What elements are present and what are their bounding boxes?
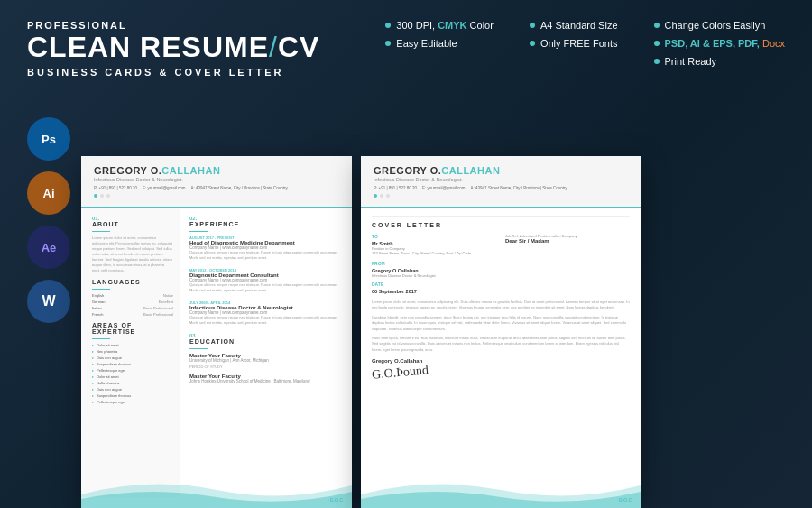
feature-dpi: 300 DPI, CMYK Color [385, 20, 494, 31]
education-section: 03. EDUCATION Master Your Faculty Univer… [189, 333, 343, 383]
cover-body-text-1: Lorem ipsum dolor sit amet, consectetur … [372, 300, 630, 311]
photoshop-icon: Ps [27, 117, 70, 161]
cover-tagline: Infectious Disease Doctor & Neurologist. [374, 177, 628, 182]
date-section: DATE 06 September 2017 [372, 282, 630, 294]
bullet-icon [654, 59, 660, 64]
resume-contact: P: +91 | 891 | 522.80.20 E: yourmail@gma… [94, 186, 339, 190]
to-from-section: TO Mr Smith Position in Company 123 Stre… [372, 234, 630, 255]
expertise-10: Pellentesque eget [92, 400, 173, 404]
signature-script: G.O.Þound [371, 363, 429, 382]
cover-footer-code: G.O.C [619, 497, 632, 503]
lang-french: FrenchBasic Professional [92, 312, 173, 317]
dear-text: Dear Sir / Madam [505, 238, 630, 244]
app-icons: Ps Ai Ae W [27, 117, 70, 323]
from-section: FROM Gregory O.Callahan Infectious Disea… [372, 261, 630, 278]
feature-size: A4 Standard Size [530, 20, 618, 31]
circle-3 [386, 194, 390, 198]
cover-name: GREGORY O.CALLAHAN [374, 165, 628, 176]
feature-col-3: Change Colors Easilyn PSD, AI & EPS, PDF… [654, 20, 785, 67]
feature-colors: Change Colors Easilyn [654, 20, 785, 31]
cover-letter-preview: GREGORY O.CALLAHAN Infectious Disease Do… [361, 156, 641, 508]
experience-3: JULY 2008 - APRIL 2014 Infectious Diseas… [189, 300, 343, 326]
expertise-3: Duis non augue [92, 356, 173, 360]
bullet-icon [385, 41, 391, 46]
cover-contact: P: +91 | 891 | 522.80.20 E: yourmail@gma… [374, 186, 628, 190]
to-address: 123 Street Name, Town / City, State / Co… [372, 251, 496, 255]
cover-letter-title: COVER LETTER [372, 216, 630, 228]
circle-2 [100, 194, 104, 198]
features: 300 DPI, CMYK Color Easy Editable A4 Sta… [385, 20, 785, 67]
resume-left-column: 01. ABOUT Lorem ipsum dolor sit amet, co… [81, 208, 180, 497]
bullet-icon [654, 23, 660, 28]
sub-title: BUSINESS CARDS & COVER LETTER [27, 67, 785, 78]
previews-container: GREGORY O.CALLAHAN Infectious Disease Do… [81, 156, 812, 508]
resume-body: 01. ABOUT Lorem ipsum dolor sit amet, co… [81, 208, 352, 497]
expertise-section: AREAS OF EXPERTISE Dolor sit amet Nec ph… [92, 322, 173, 404]
feature-col-1: 300 DPI, CMYK Color Easy Editable [385, 20, 494, 67]
date-value: 06 September 2017 [372, 289, 630, 294]
wave-decoration [81, 472, 352, 508]
illustrator-icon: Ai [27, 171, 70, 215]
lang-italian: ItalianBasic Professional [92, 306, 173, 310]
signature-name: Gregory O.Callahan [372, 358, 630, 364]
to-section: TO Mr Smith Position in Company 123 Stre… [372, 234, 496, 255]
expertise-9: Suspendisse rhoncus [92, 393, 173, 398]
bullet-icon [530, 41, 535, 46]
title-text: CLEAN RESUME [27, 31, 269, 63]
lang-german: GermanExcellent [92, 300, 173, 304]
languages-section: LANGUAGES EnglishNative GermanExcellent … [92, 279, 173, 317]
lang-english: EnglishNative [92, 293, 173, 298]
circle-2 [380, 194, 383, 198]
circle-3 [106, 194, 110, 198]
bullet-icon [654, 41, 660, 46]
feature-fonts: Only FREE Fonts [530, 38, 618, 49]
cover-header: GREGORY O.CALLAHAN Infectious Disease Do… [361, 156, 641, 208]
resume-header: GREGORY O.CALLAHAN Infectious Disease Do… [81, 156, 352, 208]
experience-section: 02. EXPERIENCE AUGUST 2017 - PRESENT Hea… [189, 216, 343, 261]
resume-tagline: Infectious Disease Doctor & Neurologist. [94, 177, 339, 182]
expertise-7: Nulla pharetra [92, 381, 173, 385]
expertise-5: Pellentesque eget [92, 368, 173, 373]
resume-right-column: 02. EXPERIENCE AUGUST 2017 - PRESENT Hea… [180, 208, 352, 497]
feature-editable: Easy Editable [385, 38, 494, 49]
feature-col-2: A4 Standard Size Only FREE Fonts [530, 20, 618, 67]
word-icon: W [27, 280, 70, 323]
cover-body: COVER LETTER TO Mr Smith Position in Com… [361, 208, 641, 387]
expertise-1: Dolor sit amet [92, 343, 173, 347]
cv-text: CV [278, 31, 319, 63]
from-position: Infectious Disease Doctor & Neurologist [372, 273, 630, 278]
resume-name: GREGORY O.CALLAHAN [94, 165, 339, 176]
job-ref-section: Job Ref: Advertised Position within Comp… [505, 234, 630, 255]
experience-2: MAY 2012 - OCTOBER 2014 Diagnostic Depar… [189, 268, 343, 293]
cover-wave-decoration [361, 472, 641, 508]
after-effects-icon: Ae [27, 226, 70, 269]
feature-formats: PSD, AI & EPS, PDF, Docx [654, 38, 785, 49]
expertise-8: Duis non augue [92, 387, 173, 392]
circles-row [94, 194, 339, 198]
cover-body-text-2: Curabitur blandit, sem non convallis sem… [372, 315, 630, 332]
footer-code: G.O.C [330, 497, 343, 503]
slash: / [269, 31, 278, 63]
expertise-4: Suspendisse rhoncus [92, 362, 173, 366]
cover-circles [374, 194, 628, 198]
bullet-icon [530, 23, 535, 28]
about-section: 01. ABOUT Lorem ipsum dolor sit amet, co… [92, 216, 173, 273]
circle-1 [94, 194, 97, 198]
from-date-row: FROM Gregory O.Callahan Infectious Disea… [372, 261, 630, 278]
feature-print: Print Ready [654, 56, 785, 67]
cover-body-text-3: Nunc ante ligula, hendrerit eu risus max… [372, 336, 630, 353]
bullet-icon [385, 23, 391, 28]
resume-preview-1: GREGORY O.CALLAHAN Infectious Disease Do… [81, 156, 352, 508]
expertise-2: Nec pharetra [92, 349, 173, 354]
expertise-6: Dolor sit amet [92, 374, 173, 379]
circle-1 [374, 194, 377, 198]
